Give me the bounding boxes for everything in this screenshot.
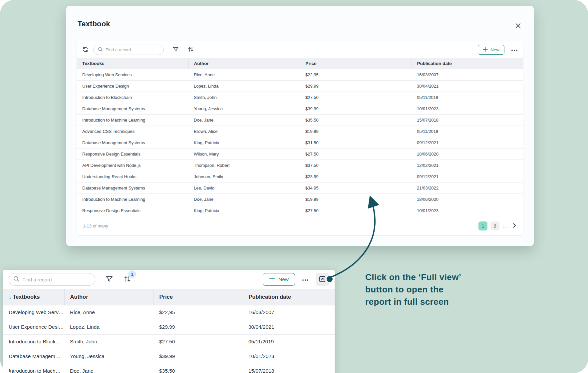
column-header-author[interactable]: Author (64, 289, 153, 305)
table-row[interactable]: Introduction to Machine LearningDoe, Jan… (77, 193, 523, 205)
table-row[interactable]: Introduction to Mach…Doe, Jane$35.5015/0… (3, 364, 335, 373)
new-button-label: New (490, 47, 499, 52)
table-row[interactable]: Introduction to Machine LearningDoe, Jan… (77, 114, 523, 126)
refresh-icon (82, 46, 89, 54)
column-header-price[interactable]: Price (153, 289, 243, 305)
pagination: 1 2 ... (478, 221, 517, 230)
table-row[interactable]: Database Management SystemsKing, Patrici… (77, 137, 523, 148)
records-table: ↓Textbooks Author Price Publication date… (3, 289, 335, 373)
table-cell: Doe, Jane (64, 364, 153, 373)
pagination-ellipsis[interactable]: ... (503, 223, 507, 228)
more-options-button[interactable] (302, 277, 309, 282)
report-toolbar: New (77, 41, 523, 58)
table-cell: User Experience Design (77, 80, 188, 92)
table-cell: $31.50 (300, 137, 412, 148)
table-row[interactable]: Developing Web Serv…Rice, Anne$22,9516/0… (3, 305, 335, 320)
table-cell: User Experience Desi… (3, 320, 64, 334)
table-cell: $19.99 (300, 193, 412, 205)
table-cell: $34.95 (300, 182, 412, 193)
table-cell: Young, Jessica (188, 103, 300, 114)
column-header-price[interactable]: Price (300, 58, 412, 69)
ellipsis-icon (511, 47, 518, 52)
filter-icon (105, 275, 113, 284)
more-options-button[interactable] (511, 47, 518, 52)
refresh-button[interactable] (82, 46, 89, 54)
table-row[interactable]: Introduction to BlockchainSmith, John$27… (77, 92, 523, 103)
full-view-icon (318, 275, 326, 284)
table-cell: API Development with Node.js (77, 160, 188, 171)
search-input[interactable] (106, 47, 159, 52)
table-cell: King, Patricia (188, 137, 300, 148)
search-box (93, 45, 164, 55)
table-cell: Advanced CSS Techniques (77, 126, 188, 137)
column-header-author[interactable]: Author (188, 58, 300, 69)
table-row[interactable]: Database Management SystemsLee, David$34… (77, 182, 523, 193)
table-cell: Smith, John (64, 334, 153, 349)
table-row[interactable]: API Development with Node.jsThompson, Ro… (77, 160, 523, 171)
sort-button[interactable] (187, 46, 194, 54)
table-cell: $19.99 (300, 126, 412, 137)
table-cell: $22,95 (153, 305, 243, 320)
next-page-button[interactable] (512, 223, 517, 229)
table-cell: Introduction to Mach… (3, 364, 64, 373)
close-button[interactable] (514, 22, 522, 30)
plus-icon (269, 276, 275, 283)
table-cell: $22,95 (300, 69, 412, 80)
new-record-button[interactable]: New (263, 273, 295, 286)
page-button-2[interactable]: 2 (490, 221, 499, 230)
table-row[interactable]: Developing Web ServicesRice, Anne$22,951… (77, 69, 523, 80)
table-cell: Lopez, Linda (188, 80, 300, 92)
screenshot-canvas: Textbook (0, 0, 588, 373)
table-row[interactable]: User Experience DesignLopez, Linda$29.99… (77, 80, 523, 92)
filter-icon (172, 46, 179, 54)
table-cell: 10/01/2023 (243, 349, 335, 364)
table-cell: Introduction to Block… (3, 334, 64, 349)
table-cell: Johnson, Emily (188, 171, 300, 182)
page-title: Textbook (78, 20, 110, 28)
column-header-textbooks[interactable]: Textbooks (77, 58, 188, 69)
column-header-publication-date[interactable]: Publication date (412, 58, 523, 69)
filter-button[interactable] (105, 275, 113, 284)
mini-report-panel: 1 New (3, 270, 335, 373)
table-row[interactable]: Advanced CSS TechniquesBrown, Alice$19.9… (77, 126, 523, 137)
table-row[interactable]: Responsive Design EssentialsWilson, Mary… (77, 148, 523, 160)
table-row[interactable]: User Experience Desi…Lopez, Linda$29.993… (3, 320, 335, 334)
table-row[interactable]: Understanding React HooksJohnson, Emily$… (77, 171, 523, 182)
table-cell: Understanding React Hooks (77, 171, 188, 182)
new-record-button[interactable]: New (478, 45, 504, 55)
table-cell: Thompson, Robert (188, 160, 300, 171)
table-row[interactable]: Introduction to Block…Smith, John$27.500… (3, 334, 335, 349)
table-cell: 21/03/2022 (412, 182, 523, 193)
full-view-button[interactable] (316, 273, 329, 286)
new-button-label: New (278, 276, 289, 282)
sort-icon (187, 46, 194, 54)
filter-button[interactable] (172, 46, 179, 54)
search-box (9, 273, 95, 286)
table-cell: Smith, John (188, 92, 300, 103)
table-cell: $29.99 (153, 320, 243, 334)
column-header-publication-date[interactable]: Publication date (243, 289, 335, 305)
table-cell: Database Management Systems (77, 103, 188, 114)
search-input[interactable] (22, 277, 91, 282)
table-cell: Responsive Design Essentials (77, 148, 188, 160)
table-cell: King, Patricia (188, 205, 300, 216)
table-row[interactable]: Responsive Design EssentialsKing, Patric… (77, 205, 523, 216)
page-button-1[interactable]: 1 (478, 221, 487, 230)
column-header-textbooks[interactable]: ↓Textbooks (3, 289, 64, 305)
table-cell: 16/03/2007 (412, 69, 523, 80)
table-cell: Responsive Design Essentials (77, 205, 188, 216)
table-cell: 05/11/2019 (412, 126, 523, 137)
table-cell: 09/12/2021 (412, 137, 523, 148)
table-cell: $27.50 (300, 148, 412, 160)
table-row[interactable]: Database Managem…Young, Jessica$39.9910/… (3, 349, 335, 364)
table-cell: $37.50 (300, 160, 412, 171)
table-row[interactable]: Database Management SystemsYoung, Jessic… (77, 103, 523, 114)
table-cell: Lee, David (188, 182, 300, 193)
record-count: 1-13 of many (83, 223, 108, 228)
table-cell: Developing Web Services (77, 69, 188, 80)
table-cell: 12/02/2021 (412, 160, 523, 171)
table-cell: Rice, Anne (188, 69, 300, 80)
table-cell: 10/01/2023 (412, 205, 523, 216)
table-cell: 15/07/2018 (412, 114, 523, 126)
table-cell: Introduction to Machine Learning (77, 193, 188, 205)
